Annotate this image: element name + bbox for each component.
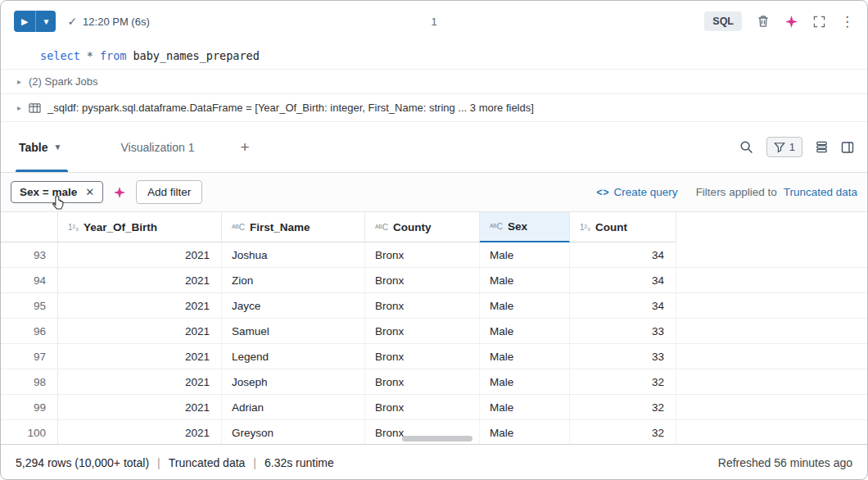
table-cell[interactable]: Joseph — [222, 369, 365, 394]
runtime-text: 6.32s runtime — [264, 456, 334, 469]
table-cell[interactable]: Samuel — [222, 319, 365, 343]
sql-keyword: from — [100, 49, 127, 62]
table-cell[interactable]: 33 — [570, 344, 676, 369]
table-cell[interactable]: Bronx — [365, 344, 480, 369]
spark-jobs-fold[interactable]: ▸ (2) Spark Jobs — [1, 69, 867, 93]
rows-info: 5,294 rows (10,000+ total) — [16, 456, 149, 469]
table-cell[interactable]: Jayce — [222, 293, 365, 318]
separator: | — [157, 456, 160, 469]
table-cell[interactable]: 2021 — [58, 242, 222, 267]
table-row: 982021JosephBronxMale32 — [1, 369, 867, 395]
run-status-time: 12:20 PM (6s) — [83, 16, 150, 28]
table-cell[interactable]: 2021 — [58, 369, 222, 394]
add-tab-button[interactable]: + — [240, 138, 249, 156]
table-cell[interactable]: Adrian — [222, 395, 365, 419]
table-cell[interactable]: 33 — [570, 319, 676, 343]
table-cell[interactable]: 2021 — [58, 293, 222, 318]
column-header-Count[interactable]: 1²₃Count — [570, 212, 676, 242]
filter-count: 1 — [789, 141, 795, 153]
table-cell[interactable]: 32 — [570, 395, 676, 419]
table-cell[interactable]: Male — [480, 344, 570, 369]
results-footer: 5,294 rows (10,000+ total) | Truncated d… — [1, 444, 867, 480]
table-cell[interactable]: Bronx — [365, 369, 480, 394]
column-header-First_Name[interactable]: ᴬᴮCFirst_Name — [222, 212, 365, 242]
row-index: 98 — [1, 369, 58, 394]
filter-funnel-icon — [774, 142, 785, 153]
column-header-County[interactable]: ᴬᴮCCounty — [365, 212, 480, 242]
sqldf-label: _sqldf: pyspark.sql.dataframe.DataFrame … — [47, 102, 534, 114]
disclosure-triangle-icon[interactable]: ▸ — [17, 77, 21, 86]
disclosure-triangle-icon[interactable]: ▸ — [17, 103, 21, 112]
string-type-icon: ᴬᴮC — [375, 223, 388, 232]
table-cell[interactable]: Joshua — [222, 242, 365, 267]
expand-icon[interactable] — [813, 16, 825, 28]
table-cell[interactable]: Male — [480, 319, 570, 343]
column-header-Sex[interactable]: ᴬᴮCSex — [480, 212, 570, 242]
delete-cell-icon[interactable] — [757, 15, 770, 28]
run-button[interactable]: ▶ ▼ — [14, 11, 56, 32]
create-query-link[interactable]: <> Create query — [597, 186, 678, 198]
sql-star: * — [87, 49, 93, 62]
table-cell[interactable]: 32 — [570, 369, 676, 394]
filter-indicator-button[interactable]: 1 — [766, 137, 802, 157]
table-cell[interactable]: Male — [480, 395, 570, 419]
column-header-Year_Of_Birth[interactable]: 1²₃Year_Of_Birth — [58, 212, 222, 242]
code-editor-line[interactable]: select * from baby_names_prepared — [1, 42, 867, 69]
table-cell[interactable]: Bronx — [365, 293, 480, 318]
tab-viz-label: Visualization 1 — [120, 141, 194, 154]
cell-toolbar: ▶ ▼ ✓ 12:20 PM (6s) 1 SQL ⋮ — [1, 1, 867, 42]
table-cell[interactable]: Greyson — [222, 420, 365, 444]
table-row: 942021ZionBronxMale34 — [1, 268, 867, 293]
create-query-label: Create query — [614, 186, 678, 198]
tab-visualization[interactable]: Visualization 1 — [120, 122, 194, 172]
table-cell[interactable]: 2021 — [58, 395, 222, 419]
filter-chip[interactable]: Sex = male ✕ — [11, 181, 103, 203]
table-cell[interactable]: Bronx — [365, 268, 480, 292]
table-cell[interactable]: 32 — [570, 420, 676, 444]
horizontal-scrollbar[interactable] — [402, 436, 472, 442]
column-name: Year_Of_Birth — [84, 221, 157, 233]
truncated-data-link[interactable]: Truncated data — [784, 186, 857, 198]
table-cell[interactable]: 2021 — [58, 344, 222, 369]
table-cell[interactable]: Bronx — [365, 242, 480, 267]
table-cell[interactable]: 2021 — [58, 268, 222, 292]
code-brackets-icon: <> — [597, 187, 610, 198]
results-tabs: Table ▼ Visualization 1 + 1 — [1, 122, 867, 173]
assistant-sparkle-icon[interactable] — [113, 186, 126, 199]
sql-keyword: select — [40, 49, 80, 62]
table-cell[interactable]: Male — [480, 268, 570, 292]
table-cell[interactable]: 2021 — [58, 420, 222, 444]
assistant-sparkle-icon[interactable] — [784, 15, 798, 29]
table-row: 972021LegendBronxMale33 — [1, 344, 867, 369]
play-icon[interactable]: ▶ — [14, 11, 36, 32]
row-index: 93 — [1, 242, 58, 267]
table-cell[interactable]: Male — [480, 369, 570, 394]
spark-jobs-label: (2) Spark Jobs — [29, 75, 98, 88]
table-cell[interactable]: Bronx — [365, 395, 480, 419]
column-name: Sex — [508, 220, 527, 233]
side-panel-icon[interactable] — [841, 141, 854, 154]
table-cell[interactable]: Legend — [222, 344, 365, 369]
table-cell[interactable]: Male — [480, 242, 570, 267]
table-cell[interactable]: Zion — [222, 268, 365, 292]
rows-icon[interactable] — [816, 141, 828, 153]
table-cell[interactable]: 34 — [570, 293, 676, 318]
separator: | — [253, 456, 256, 469]
add-filter-button[interactable]: Add filter — [136, 180, 202, 204]
table-cell[interactable]: Male — [480, 420, 570, 444]
sqldf-fold[interactable]: ▸ _sqldf: pyspark.sql.dataframe.DataFram… — [1, 93, 867, 122]
table-cell[interactable]: 34 — [570, 242, 676, 267]
search-icon[interactable] — [739, 140, 753, 154]
tab-table[interactable]: Table ▼ — [19, 122, 73, 172]
more-options-icon[interactable]: ⋮ — [840, 15, 854, 29]
chevron-down-icon[interactable]: ▼ — [36, 11, 56, 32]
filter-chip-label: Sex = male — [20, 186, 77, 198]
index-column-header — [1, 212, 58, 242]
table-cell[interactable]: 34 — [570, 268, 676, 292]
string-type-icon: ᴬᴮC — [490, 222, 503, 231]
table-cell[interactable]: Male — [480, 293, 570, 318]
close-icon[interactable]: ✕ — [85, 186, 94, 198]
table-cell[interactable]: Bronx — [365, 319, 480, 343]
language-badge[interactable]: SQL — [704, 11, 742, 31]
table-cell[interactable]: 2021 — [58, 319, 222, 343]
